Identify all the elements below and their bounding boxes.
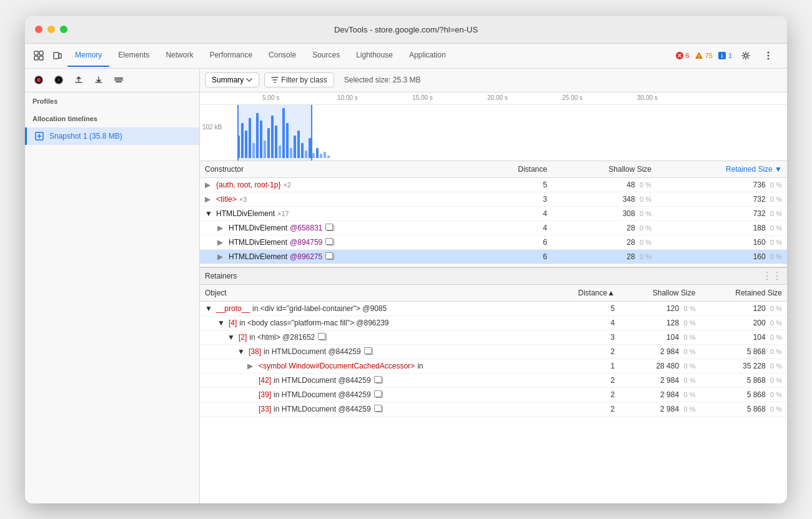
upload-button[interactable]: [70, 71, 87, 89]
svg-rect-3: [39, 56, 43, 60]
expand-arrow[interactable]: ▼: [205, 209, 214, 218]
device-icon[interactable]: [49, 47, 66, 64]
timeline-selection: [237, 105, 312, 161]
mark-3: 20.00 s: [487, 94, 508, 101]
svg-text:i: i: [721, 53, 723, 59]
summary-button[interactable]: Summary: [205, 72, 259, 87]
upper-table-container[interactable]: Constructor Distance Shallow Size Retain…: [200, 161, 787, 267]
expand-arrow[interactable]: ▼: [217, 319, 226, 327]
upper-table: Constructor Distance Shallow Size Retain…: [200, 161, 787, 264]
filter-icon: [271, 76, 279, 84]
section-label: Allocation timelines: [25, 110, 199, 127]
filter-by-class-button[interactable]: Filter by class: [264, 72, 334, 87]
sidebar-toolbar: [25, 69, 199, 92]
expand-arrow[interactable]: ▶: [217, 224, 226, 232]
svg-rect-0: [34, 51, 38, 55]
copy-icon[interactable]: [375, 406, 383, 412]
table-row[interactable]: [42] in HTMLDocument @844259 2 2 984 0 %…: [200, 373, 787, 387]
svg-rect-2: [34, 56, 38, 60]
table-row[interactable]: ▼ [38] in HTMLDocument @844259 2 2 984 0…: [200, 344, 787, 358]
tab-network[interactable]: Network: [158, 44, 201, 67]
dropdown-icon: [246, 78, 252, 82]
record-button[interactable]: [30, 71, 47, 89]
col-shallow[interactable]: Shallow Size: [552, 161, 656, 178]
maximize-button[interactable]: [60, 26, 67, 33]
timeline-area[interactable]: 5.00 s 10.00 s 15.00 s 20.00 s 25.00 s 3…: [200, 92, 787, 161]
copy-icon[interactable]: [327, 254, 334, 260]
tab-performance[interactable]: Performance: [202, 44, 260, 67]
expand-arrow[interactable]: ▼: [205, 304, 214, 313]
snapshot-item[interactable]: Snapshot 1 (35.8 MB): [25, 127, 199, 145]
tab-console[interactable]: Console: [261, 44, 304, 67]
table-row[interactable]: ▼ __proto__ in <div id="grid-label-conta…: [200, 301, 787, 315]
warning-badge[interactable]: ! 75: [695, 51, 713, 60]
mark-5: 30.00 s: [637, 94, 658, 101]
tab-memory[interactable]: Memory: [67, 44, 109, 67]
tab-lighthouse[interactable]: Lighthouse: [349, 44, 400, 67]
col-distance-lower[interactable]: Distance▲: [548, 285, 620, 302]
copy-icon[interactable]: [319, 334, 327, 340]
window-title: DevTools - store.google.com/?hl=en-US: [334, 25, 478, 34]
table-row[interactable]: ▼ [4] in <body class="platform-mac fill"…: [200, 315, 787, 330]
copy-icon[interactable]: [327, 225, 334, 231]
close-button[interactable]: [35, 26, 42, 33]
svg-rect-5: [59, 54, 61, 58]
traffic-lights: [35, 26, 67, 33]
expand-arrow[interactable]: ▶: [217, 252, 226, 261]
timeline-content: 102 kB: [200, 105, 787, 161]
clear-button[interactable]: [50, 71, 67, 89]
copy-icon[interactable]: [375, 377, 383, 383]
expand-arrow[interactable]: ▶: [205, 180, 214, 189]
table-row[interactable]: ▶ <symbol Window#DocumentCachedAccessor>…: [200, 358, 787, 373]
profile-icon[interactable]: [110, 71, 127, 89]
error-badge[interactable]: 6: [675, 51, 690, 60]
table-row[interactable]: [39] in HTMLDocument @844259 2 2 984 0 %…: [200, 387, 787, 402]
svg-rect-19: [116, 81, 122, 82]
copy-icon[interactable]: [375, 392, 383, 398]
download-button[interactable]: [90, 71, 107, 89]
expand-arrow[interactable]: ▶: [247, 362, 256, 370]
lower-table-container[interactable]: Object Distance▲ Shallow Size Retained S…: [200, 285, 787, 503]
toolbar-right: 6 ! 75 i 1: [675, 47, 783, 64]
table-row[interactable]: ▶ HTMLDivElement @658831 4 28 0 % 188 0 …: [200, 220, 787, 235]
table-row[interactable]: ▶ HTMLDivElement @894759 6 28 0 % 160 0 …: [200, 235, 787, 249]
more-icon[interactable]: [760, 47, 777, 64]
expand-arrow[interactable]: ▼: [227, 333, 236, 342]
snapshot-label: Snapshot 1 (35.8 MB): [49, 132, 122, 141]
expand-arrow[interactable]: ▶: [217, 238, 226, 247]
settings-icon[interactable]: [737, 47, 755, 64]
table-row[interactable]: [33] in HTMLDocument @844259 2 2 984 0 %…: [200, 402, 787, 416]
copy-icon[interactable]: [327, 239, 334, 245]
col-shallow-lower[interactable]: Shallow Size: [620, 285, 700, 302]
chart-bars: [237, 108, 777, 158]
tab-application[interactable]: Application: [402, 44, 453, 67]
col-distance[interactable]: Distance: [475, 161, 552, 178]
table-row[interactable]: ▶ HTMLDivElement @896275 6 28 0 % 160 0 …: [200, 249, 787, 264]
upper-table-area: Constructor Distance Shallow Size Retain…: [200, 161, 787, 503]
tab-sources[interactable]: Sources: [305, 44, 347, 67]
expand-arrow[interactable]: ▼: [237, 347, 246, 356]
inspect-icon[interactable]: [30, 47, 47, 64]
copy-icon[interactable]: [365, 348, 373, 355]
content-toolbar: Summary Filter by class Selected size: 2…: [200, 69, 787, 92]
expand-arrow[interactable]: ▶: [205, 195, 214, 204]
minimize-button[interactable]: [47, 26, 55, 33]
titlebar: DevTools - store.google.com/?hl=en-US: [25, 16, 787, 44]
col-constructor[interactable]: Constructor: [200, 161, 475, 178]
col-object[interactable]: Object: [200, 285, 548, 302]
info-badge[interactable]: i 1: [718, 51, 732, 60]
col-retained-lower[interactable]: Retained Size: [700, 285, 787, 302]
table-row[interactable]: ▼ [2] in <html> @281652 3 104 0 % 104 0 …: [200, 330, 787, 344]
sidebar: Profiles Allocation timelines Snapshot 1…: [25, 69, 200, 503]
profiles-label: Profiles: [25, 92, 199, 110]
table-row[interactable]: ▼ HTMLDivElement ×17 4 308 0 % 732 0 %: [200, 206, 787, 220]
svg-rect-1: [39, 51, 43, 55]
col-retained[interactable]: Retained Size ▼: [656, 161, 787, 178]
table-row[interactable]: ▶ {auth, root, root-1p} ×2 5 48 0 % 736 …: [200, 177, 787, 192]
tab-elements[interactable]: Elements: [111, 44, 157, 67]
svg-point-13: [768, 58, 770, 60]
svg-rect-4: [54, 52, 59, 59]
scrollbar-icon: ⋮⋮: [762, 270, 782, 282]
svg-point-12: [768, 55, 770, 57]
table-row[interactable]: ▶ <title> ×3 3 348 0 % 732 0 %: [200, 192, 787, 206]
